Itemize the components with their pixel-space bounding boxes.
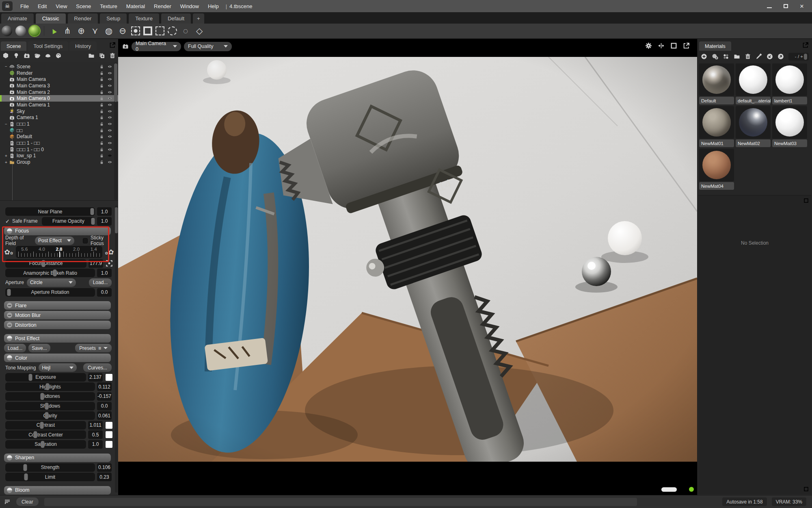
menu-item[interactable]: Window [176,0,203,12]
material-thumbnail[interactable] [739,65,767,94]
panel-popout-icon[interactable] [109,42,116,48]
aperture-rotation-slider[interactable]: Aperture Rotation [5,288,95,297]
toolbar-icon[interactable]: ⋔ [62,26,73,36]
lock-icon[interactable] [99,102,104,107]
toolbar-icon[interactable] [15,26,26,36]
color-swatch[interactable] [106,374,112,381]
slider-value[interactable]: 0.23 [97,473,112,481]
material-name[interactable]: default_...aterial [736,97,771,104]
tree-row[interactable]: Main Camera 0 [0,95,118,102]
eye-icon[interactable] [107,141,112,145]
slider-track[interactable]: Highlights [5,382,95,391]
material-name[interactable]: NewMat02 [736,139,771,147]
material-thumbnail[interactable] [702,151,731,179]
slider-value[interactable]: 177.9 [89,259,103,268]
lock-icon[interactable] [99,83,104,88]
console-input[interactable] [44,498,637,506]
material-item[interactable]: Default [699,63,734,104]
panel-tab[interactable]: History [69,41,97,51]
lock-icon[interactable] [99,128,104,133]
tree-row[interactable]: + Group [0,159,118,165]
toolbar-icon[interactable]: ▲ [46,24,60,38]
eye-icon[interactable] [107,134,112,139]
eye-icon[interactable] [107,77,112,82]
material-item[interactable]: NewMat03 [772,106,807,147]
materials-toolbar-icon[interactable] [767,53,773,60]
far-focus-flower-icon[interactable]: ✿✿ [104,249,115,256]
focus-pick-target-icon[interactable] [106,260,113,267]
slider-value[interactable]: 0.106 [97,463,112,472]
menu-item[interactable]: View [51,0,71,12]
material-name[interactable]: NewMat03 [772,139,807,147]
properties-scrollbar[interactable] [115,206,118,493]
scene-tool-icon[interactable] [24,52,30,59]
materials-toolbar-icon[interactable] [701,53,707,60]
slider-track[interactable]: Exposure [5,373,86,382]
materials-popout-icon[interactable] [802,42,809,48]
lock-icon[interactable] [99,64,104,69]
toolbar-icon[interactable]: ◍ [104,26,114,36]
menu-item[interactable]: Render [149,0,176,12]
eye-icon[interactable] [107,122,112,126]
aperture-rotation-value[interactable]: 0.0 [97,288,112,297]
tree-row[interactable]: □□□ 1 - □□ 0 [0,146,118,153]
scene-tool-icon[interactable] [45,52,51,59]
material-name[interactable]: NewMat04 [699,182,734,190]
frame-opacity-value[interactable]: 1.0 [97,217,112,226]
eye-icon[interactable] [107,128,112,133]
post-effect-section-header[interactable]: Post Effect [4,334,111,343]
frame-opacity-slider[interactable]: Frame Opacity [42,217,95,226]
tree-row[interactable]: + low_sp 1 [0,153,118,159]
tree-row[interactable]: Main Camera 1 [0,102,118,108]
material-name[interactable]: lambert1 [772,97,807,104]
viewport-camera-dropdown[interactable]: Main Camera 0 [132,42,181,51]
menu-item[interactable]: Edit [33,0,51,12]
material-thumbnail[interactable] [775,108,804,137]
popout-icon[interactable] [803,486,809,492]
lock-icon[interactable] [99,160,104,165]
tree-expander[interactable]: + [4,160,8,165]
slider-track[interactable]: Limit [5,473,95,481]
collapsed-section-header[interactable]: Flare [4,301,111,310]
eye-icon[interactable] [107,90,112,95]
scene-tool-icon[interactable] [88,52,95,59]
eye-icon[interactable] [107,160,112,165]
color-swatch[interactable] [106,431,112,438]
properties-scrollbar-thumb[interactable] [115,207,118,233]
load-button[interactable]: Load... [4,344,26,352]
section-toggle-icon[interactable] [7,313,12,318]
toolbar-icon[interactable] [29,26,40,36]
lock-icon[interactable] [99,122,104,126]
color-swatch[interactable] [106,422,112,429]
material-name[interactable]: NewMat01 [699,139,734,147]
slider-value[interactable]: 0.5 [88,430,103,439]
tree-row[interactable]: Main Camera 2 [0,89,118,96]
collapsed-section-header[interactable]: Distortion [4,321,111,329]
color-swatch[interactable] [106,441,112,448]
section-toggle-icon[interactable] [7,228,12,234]
lock-icon[interactable] [99,77,104,82]
menu-item[interactable]: Texture [95,0,122,12]
3d-viewport[interactable]: Main Camera 0 Full Quality [118,39,697,495]
eye-icon[interactable] [107,64,112,69]
panel-tab[interactable]: Tool Settings [28,41,68,51]
lock-icon[interactable] [99,90,104,95]
toolbar-icon[interactable] [131,26,140,35]
tree-row[interactable]: Camera 1 [0,115,118,121]
material-item[interactable]: lambert1 [772,63,807,104]
toolbar-icon[interactable]: ⋎ [90,26,100,36]
minimize-button[interactable] [767,3,772,9]
scene-tool-icon[interactable] [55,52,62,59]
toolbar-icon[interactable] [2,26,12,36]
near-focus-flower-icon[interactable]: ✿✿ [3,249,14,256]
material-thumbnail[interactable] [702,65,731,94]
slider-track[interactable]: Clarity [5,411,95,420]
console-icon[interactable] [4,499,11,505]
focus-section-header[interactable]: Focus [4,227,111,235]
materials-zoom-slider[interactable]: - / + [788,53,809,61]
near-plane-slider[interactable]: Near Plane [5,207,95,216]
sticky-focus-checkbox[interactable] [83,238,88,243]
render-image[interactable]: 14 [118,57,697,462]
eye-icon[interactable] [107,71,112,76]
eye-icon[interactable] [107,109,112,114]
